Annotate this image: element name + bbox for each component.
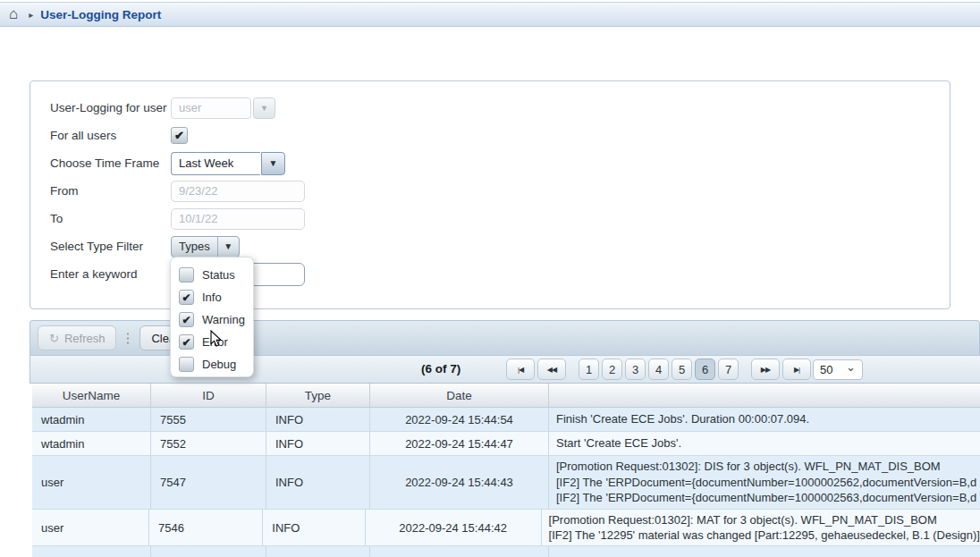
home-icon[interactable]: ⌂ — [9, 6, 18, 21]
filter-panel: User-Logging for user ▼ For all users ✔ … — [30, 80, 950, 309]
chevron-down-icon: ▼ — [269, 158, 278, 168]
chevron-down-icon[interactable]: ▼ — [217, 237, 239, 257]
cell-id: 7547 — [151, 456, 266, 509]
type-filter-dropdown: Status ✔ Info ✔ Warning ✔ Error Debug — [170, 257, 254, 377]
page-size-select[interactable]: 50 ⌄ — [813, 359, 863, 380]
cell-id: 7555 — [151, 408, 266, 431]
page-button-1[interactable]: 1 — [579, 359, 599, 380]
type-option-warning[interactable]: ✔ Warning — [179, 308, 253, 331]
cell-type: INFO — [266, 456, 370, 509]
type-option-label: Warning — [202, 313, 245, 326]
cell-date: 2022-09-24 15:44:54 — [370, 408, 549, 431]
types-button-label: Types — [172, 237, 217, 257]
type-option-info[interactable]: ✔ Info — [179, 286, 253, 308]
col-header-username[interactable]: UserName — [32, 384, 151, 407]
keyword-label: Enter a keyword — [50, 267, 171, 281]
type-option-label: Info — [202, 291, 222, 304]
col-header-type[interactable]: Type — [266, 384, 370, 407]
table-row[interactable]: wtadmin 7552 INFO 2022-09-24 15:44:47 St… — [32, 432, 980, 456]
page-button-5[interactable]: 5 — [672, 359, 692, 380]
page-button-2[interactable]: 2 — [602, 359, 622, 380]
col-header-id[interactable]: ID — [151, 384, 266, 407]
chevron-right-icon: ▸ — [29, 10, 33, 20]
cell-message: Start 'Create ECE Jobs'. — [549, 432, 980, 455]
prev-page-button[interactable]: ◀◀ — [537, 359, 566, 380]
col-header-date[interactable]: Date — [370, 384, 549, 407]
time-frame-label: Choose Time Frame — [50, 156, 171, 170]
form-row-all-users: For all users ✔ — [50, 122, 950, 149]
paginator-count: (6 of 7) — [421, 362, 460, 376]
next-page-icon: ▶▶ — [761, 366, 770, 374]
cell-type: INFO — [266, 546, 370, 557]
check-icon: ✔ — [174, 130, 184, 141]
from-date-input — [171, 181, 305, 202]
table-row[interactable]: user 7546 INFO 2022-09-24 15:44:42 [Prom… — [32, 510, 980, 546]
cell-username: wtadmin — [32, 432, 151, 455]
refresh-button[interactable]: ↻ Refresh — [38, 325, 116, 350]
cell-message: REVISE: 3 objects will be processed — [549, 546, 980, 557]
all-users-checkbox[interactable]: ✔ — [171, 127, 188, 144]
type-option-label: Debug — [202, 358, 236, 371]
cell-message: [Promotion Request:01302]: MAT for 3 obj… — [542, 510, 980, 545]
cell-date: 2022-09-24 15:44:42 — [366, 510, 542, 545]
log-table: UserName ID Type Date wtadmin 7555 INFO … — [32, 384, 980, 557]
form-row-from: From — [50, 177, 950, 205]
chevron-down-icon: ▼ — [260, 104, 268, 113]
cell-username: user — [32, 546, 151, 557]
table-row[interactable]: user 7547 INFO 2022-09-24 15:44:43 [Prom… — [32, 456, 980, 510]
page-button-6-active[interactable]: 6 — [695, 359, 715, 380]
checkbox-icon[interactable]: ✔ — [179, 334, 194, 350]
cell-message: [Promotion Request:01302]: DIS for 3 obj… — [549, 456, 980, 509]
cell-username: user — [32, 510, 149, 545]
last-page-icon: ▶| — [794, 366, 799, 374]
form-row-user: User-Logging for user ▼ — [50, 94, 950, 122]
page-size-value: 50 — [820, 363, 832, 376]
checkbox-icon[interactable] — [179, 267, 194, 283]
user-label: User-Logging for user — [50, 101, 171, 114]
time-frame-dropdown-button[interactable]: ▼ — [261, 152, 285, 175]
cell-date: 2022-09-24 15:44:36 — [370, 546, 549, 557]
breadcrumb: ⌂ ▸ User-Logging Report — [0, 2, 980, 27]
page-title[interactable]: User-Logging Report — [40, 8, 161, 21]
time-frame-select[interactable]: Last Week ▼ — [171, 152, 285, 175]
cell-id: 7543 — [151, 546, 266, 557]
user-combobox: ▼ — [171, 97, 275, 119]
type-option-debug[interactable]: Debug — [179, 353, 253, 376]
chevron-down-icon: ⌄ — [846, 360, 856, 374]
all-users-label: For all users — [50, 129, 171, 142]
refresh-button-label: Refresh — [64, 332, 106, 345]
checkbox-icon[interactable]: ✔ — [179, 312, 194, 327]
cell-date: 2022-09-24 15:44:43 — [370, 456, 549, 509]
cell-username: user — [32, 456, 151, 509]
check-icon: ✔ — [182, 292, 190, 303]
page-button-3[interactable]: 3 — [625, 359, 646, 380]
type-option-label: Status — [202, 268, 235, 282]
type-filter-label: Select Type Filter — [50, 240, 171, 253]
cell-type: INFO — [266, 432, 370, 455]
cell-username: wtadmin — [32, 408, 151, 431]
time-frame-value: Last Week — [171, 152, 260, 175]
first-page-button[interactable]: |◀ — [506, 359, 535, 380]
next-page-button[interactable]: ▶▶ — [751, 359, 780, 380]
page-button-7[interactable]: 7 — [718, 359, 739, 380]
form-row-to: To — [50, 205, 950, 232]
paginator-buttons: |◀ ◀◀ 1 2 3 4 5 6 7 ▶▶ ▶| — [506, 359, 811, 380]
types-button[interactable]: Types ▼ — [171, 236, 240, 257]
last-page-button[interactable]: ▶| — [782, 359, 811, 380]
form-row-time-frame: Choose Time Frame Last Week ▼ — [50, 149, 950, 177]
mouse-cursor-icon — [209, 330, 222, 348]
table-row[interactable]: user 7543 INFO 2022-09-24 15:44:36 REVIS… — [32, 546, 980, 557]
type-option-status[interactable]: Status — [179, 264, 253, 286]
checkbox-icon[interactable] — [179, 357, 194, 372]
page-button-4[interactable]: 4 — [648, 359, 669, 380]
from-label: From — [50, 184, 171, 198]
prev-page-icon: ◀◀ — [547, 366, 556, 374]
to-date-input — [171, 208, 305, 230]
checkbox-icon[interactable]: ✔ — [179, 290, 194, 305]
cell-type: INFO — [266, 408, 370, 431]
check-icon: ✔ — [182, 337, 190, 348]
toolbar-separator — [126, 332, 130, 344]
table-row[interactable]: wtadmin 7555 INFO 2022-09-24 15:44:54 Fi… — [32, 408, 980, 432]
cell-date: 2022-09-24 15:44:47 — [370, 432, 549, 455]
to-label: To — [50, 212, 171, 225]
